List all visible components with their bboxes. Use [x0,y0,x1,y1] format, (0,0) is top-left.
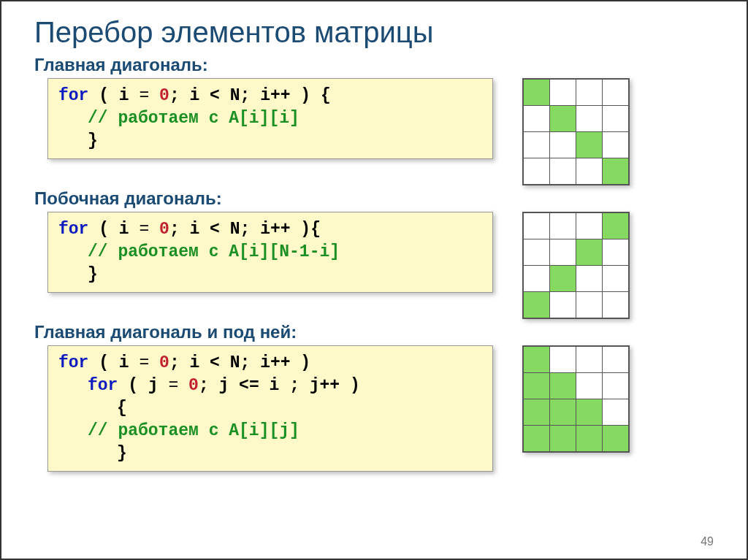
code-block: for ( i = 0; i < N; i++ ) {// работаем с… [47,78,493,159]
matrix-cell [523,266,550,292]
matrix-cell [550,212,576,239]
section-label: Главная диагональ и под ней: [34,322,714,342]
matrix-cell [550,346,576,373]
matrix-cell [603,239,630,266]
matrix-cell [550,79,576,106]
matrix-cell [523,106,550,132]
code-line: { [58,397,482,420]
matrix-cell [603,106,630,132]
matrix-cell [576,346,603,373]
matrix-cell [523,426,550,453]
matrix-cell [523,239,550,266]
matrix-cell [603,426,630,453]
matrix-cell [576,158,603,185]
matrix-grid [522,212,630,319]
matrix-cell [576,106,603,132]
matrix-cell [523,346,550,373]
code-line: // работаем с A[i][i] [58,107,482,130]
code-line: for ( i = 0; i < N; i++ ) { [58,85,482,107]
matrix-cell [603,292,630,319]
matrix-cell [576,373,603,399]
matrix-cell [550,292,576,319]
matrix-cell [576,266,603,292]
matrix-cell [550,158,576,185]
code-line: for ( i = 0; i < N; i++ ){ [58,218,482,241]
page-number: 49 [701,535,714,548]
section-label: Главная диагональ: [34,55,714,75]
matrix-cell [576,399,603,426]
matrix-wrap [522,212,630,319]
matrix-cell [576,239,603,266]
matrix-cell [576,212,603,239]
matrix-cell [523,399,550,426]
matrix-cell [603,346,630,373]
matrix-cell [523,158,550,185]
matrix-cell [576,132,603,158]
matrix-cell [550,399,576,426]
matrix-grid [522,345,630,453]
matrix-cell [523,132,550,158]
section-row: for ( i = 0; i < N; i++ ) {// работаем с… [34,78,714,185]
matrix-cell [523,373,550,399]
matrix-grid [522,78,630,185]
code-line: // работаем с A[i][N-1-i] [58,241,482,264]
page-title: Перебор элементов матрицы [34,16,714,49]
sections-container: Главная диагональ:for ( i = 0; i < N; i+… [34,55,714,472]
matrix-cell [550,426,576,453]
matrix-cell [550,106,576,132]
matrix-cell [576,426,603,453]
section-row: for ( i = 0; i < N; i++ )for ( j = 0; j … [34,345,714,472]
matrix-cell [603,399,630,426]
matrix-cell [550,239,576,266]
code-line: for ( j = 0; j <= i ; j++ ) [58,375,482,397]
code-block: for ( i = 0; i < N; i++ ){// работаем с … [47,212,493,293]
matrix-cell [603,158,630,185]
code-line: } [58,442,482,465]
code-block: for ( i = 0; i < N; i++ )for ( j = 0; j … [47,345,493,472]
code-line: } [58,130,482,153]
matrix-cell [576,292,603,319]
matrix-cell [576,79,603,106]
matrix-cell [603,212,630,239]
matrix-wrap [522,345,630,453]
slide: Перебор элементов матрицы Главная диагон… [0,0,748,560]
matrix-cell [603,79,630,106]
matrix-cell [523,79,550,106]
code-line: // работаем с A[i][j] [58,420,482,442]
section-row: for ( i = 0; i < N; i++ ){// работаем с … [34,212,714,319]
matrix-cell [603,132,630,158]
matrix-wrap [522,78,630,185]
code-line: } [58,264,482,286]
matrix-cell [523,292,550,319]
section-label: Побочная диагональ: [34,188,714,209]
matrix-cell [523,212,550,239]
matrix-cell [603,266,630,292]
code-line: for ( i = 0; i < N; i++ ) [58,352,482,375]
matrix-cell [550,132,576,158]
matrix-cell [603,373,630,399]
matrix-cell [550,373,576,399]
matrix-cell [550,266,576,292]
